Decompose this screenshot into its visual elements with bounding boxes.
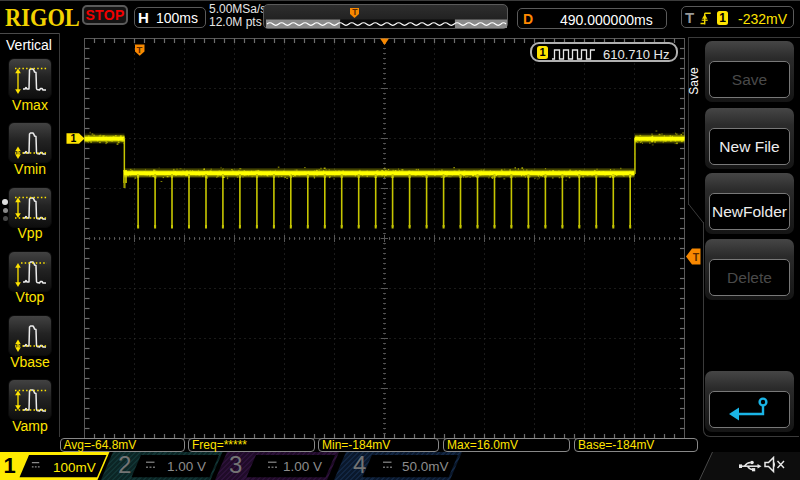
svg-text:T: T	[693, 251, 700, 263]
svg-text:T: T	[137, 44, 143, 55]
svg-text:T: T	[352, 7, 358, 17]
svg-text:1: 1	[71, 132, 77, 144]
